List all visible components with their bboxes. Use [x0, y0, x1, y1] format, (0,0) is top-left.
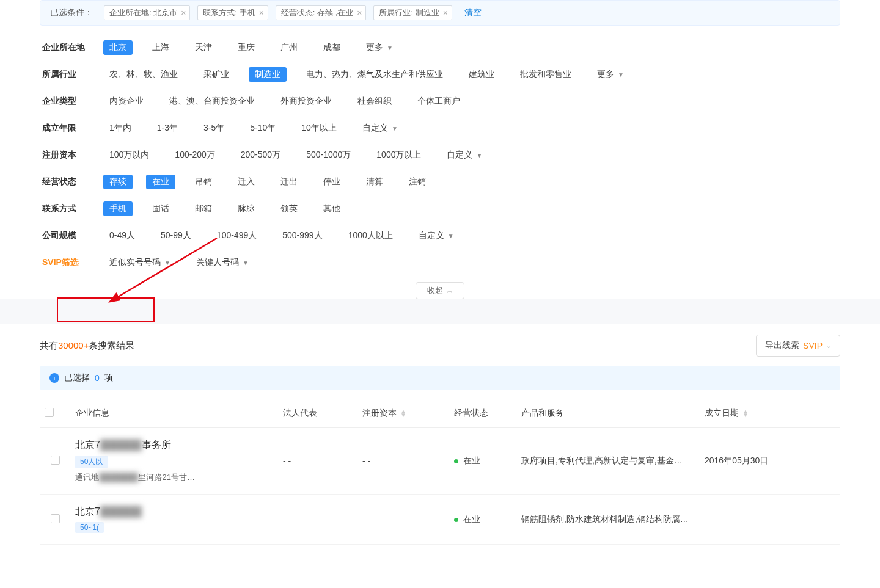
filter-option[interactable]: 迁入	[232, 175, 261, 189]
filter-row: 公司规模0-49人50-99人100-499人500-999人1000人以上自定…	[42, 222, 838, 249]
company-address: 通讯地███████里河路21号甘…	[75, 472, 273, 483]
filter-option[interactable]: 50-99人	[155, 228, 197, 243]
sort-icon[interactable]: ▲▼	[400, 410, 406, 417]
filter-option[interactable]: 电力、热力、燃气及水生产和供应业	[300, 67, 449, 82]
filter-option[interactable]: 5-10年	[244, 121, 282, 136]
filter-option[interactable]: 其他	[317, 201, 346, 216]
select-all-checkbox[interactable]	[45, 408, 54, 417]
filter-option[interactable]: 吊销	[189, 175, 218, 189]
filter-option[interactable]: 批发和零售业	[514, 67, 578, 82]
filter-label: 联系方式	[42, 203, 103, 214]
date-cell	[700, 495, 840, 545]
chevron-down-icon: ▼	[164, 260, 170, 266]
filter-option[interactable]: 手机	[103, 201, 133, 216]
col-company: 企业信息	[70, 399, 278, 428]
filter-option[interactable]: 成都	[317, 40, 346, 55]
product-cell: 政府项目,专利代理,高新认定与复审,基金…	[516, 428, 700, 495]
filter-option[interactable]: 领英	[274, 201, 304, 216]
filter-option[interactable]: 社会组织	[351, 94, 398, 109]
filter-option[interactable]: 100万以内	[103, 148, 155, 162]
clear-filters-link[interactable]: 清空	[464, 7, 482, 18]
filter-option[interactable]: 10年以上	[295, 121, 343, 136]
filter-option[interactable]: 北京	[103, 40, 133, 55]
filter-option[interactable]: 上海	[146, 40, 175, 55]
filter-label: 注册资本	[42, 150, 103, 161]
collapse-button[interactable]: 收起 ︽	[416, 282, 464, 299]
filter-option[interactable]: 在业	[146, 175, 175, 189]
chevron-down-icon: ▼	[387, 45, 393, 51]
results-header: 共有30000+条搜索结果 导出线索SVIP ⌄	[40, 324, 840, 366]
row-checkbox[interactable]	[51, 514, 60, 523]
filter-option[interactable]: 自定义▼	[413, 228, 460, 243]
filter-option[interactable]: 关键人号码▼	[190, 255, 255, 270]
company-name[interactable]: 北京7██████事务所	[75, 439, 273, 452]
filter-option[interactable]: 迁出	[274, 175, 304, 189]
filter-option[interactable]: 内资企业	[103, 94, 150, 109]
col-product: 产品和服务	[516, 399, 700, 428]
filter-option[interactable]: 天津	[189, 40, 218, 55]
table-row: 北京7██████事务所50人以通讯地███████里河路21号甘…- -- -…	[40, 428, 840, 495]
col-capital[interactable]: 注册资本 ▲▼	[358, 399, 449, 428]
filter-row: 所属行业农、林、牧、渔业采矿业制造业电力、热力、燃气及水生产和供应业建筑业批发和…	[42, 61, 838, 88]
filter-option[interactable]: 个体工商户	[411, 94, 466, 109]
close-icon[interactable]: ×	[357, 8, 362, 18]
filter-option[interactable]: 1000人以上	[342, 228, 399, 243]
legal-rep-cell	[278, 495, 358, 545]
filter-option[interactable]: 邮箱	[189, 201, 218, 216]
close-icon[interactable]: ×	[181, 8, 186, 18]
filter-option[interactable]: 更多▼	[591, 67, 630, 82]
results-count-number: 30000+	[58, 340, 89, 350]
filter-option[interactable]: 注销	[403, 175, 432, 189]
filter-option[interactable]: 200-500万	[235, 148, 287, 162]
chevron-down-icon: ▼	[448, 233, 454, 239]
filter-option[interactable]: 重庆	[232, 40, 261, 55]
table-row: 北京7██████50~1(在业钢筋阻锈剂,防水建筑材料制造,钢结构防腐…	[40, 495, 840, 545]
filter-option[interactable]: 外商投资企业	[274, 94, 338, 109]
filter-option[interactable]: 1000万以上	[370, 148, 427, 162]
filter-option[interactable]: 近似实号号码▼	[103, 255, 177, 270]
close-icon[interactable]: ×	[259, 8, 264, 18]
company-size-badge: 50人以	[75, 456, 108, 468]
row-checkbox[interactable]	[51, 456, 60, 465]
filter-label: 公司规模	[42, 230, 103, 241]
filter-option[interactable]: 3-5年	[197, 121, 230, 136]
filter-row: 注册资本100万以内100-200万200-500万500-1000万1000万…	[42, 142, 838, 169]
export-button[interactable]: 导出线索SVIP ⌄	[756, 335, 840, 357]
filter-option[interactable]: 港、澳、台商投资企业	[163, 94, 261, 109]
filter-option[interactable]: 500-1000万	[300, 148, 357, 162]
filter-option[interactable]: 广州	[274, 40, 304, 55]
filter-option[interactable]: 清算	[360, 175, 389, 189]
capital-cell: - -	[358, 428, 449, 495]
company-size-badge: 50~1(	[75, 522, 104, 533]
filter-option[interactable]: 制造业	[249, 67, 287, 82]
filter-option[interactable]: 脉脉	[232, 201, 261, 216]
filter-option[interactable]: 100-200万	[169, 148, 221, 162]
col-date[interactable]: 成立日期 ▲▼	[700, 399, 840, 428]
close-icon[interactable]: ×	[443, 8, 448, 18]
filter-option[interactable]: 采矿业	[197, 67, 235, 82]
filter-row: SVIP筛选近似实号号码▼关键人号码▼	[42, 249, 838, 276]
filter-option[interactable]: 自定义▼	[356, 121, 404, 136]
filter-option[interactable]: 更多▼	[360, 40, 399, 55]
capital-cell	[358, 495, 449, 545]
filter-option[interactable]: 500-999人	[276, 228, 328, 243]
filter-option[interactable]: 存续	[103, 175, 133, 189]
company-name[interactable]: 北京7██████	[75, 506, 273, 518]
filter-label: SVIP筛选	[42, 257, 103, 268]
filter-option[interactable]: 1年内	[103, 121, 138, 136]
chevron-down-icon: ▼	[243, 260, 249, 266]
sort-icon[interactable]: ▲▼	[743, 410, 749, 417]
filter-option[interactable]: 100-499人	[211, 228, 263, 243]
filter-row: 企业所在地北京上海天津重庆广州成都更多▼	[42, 34, 838, 61]
filter-panel: 企业所在地北京上海天津重庆广州成都更多▼所属行业农、林、牧、渔业采矿业制造业电力…	[40, 34, 840, 278]
filter-label: 所属行业	[42, 69, 103, 80]
filter-option[interactable]: 固话	[146, 201, 175, 216]
selected-tag: 联系方式: 手机 ×	[197, 5, 268, 20]
filter-option[interactable]: 0-49人	[103, 228, 141, 243]
selected-tag: 企业所在地: 北京市 ×	[104, 5, 190, 20]
filter-option[interactable]: 农、林、牧、渔业	[103, 67, 184, 82]
filter-option[interactable]: 建筑业	[463, 67, 501, 82]
filter-option[interactable]: 1-3年	[151, 121, 184, 136]
filter-option[interactable]: 自定义▼	[441, 148, 488, 162]
filter-option[interactable]: 停业	[317, 175, 346, 189]
